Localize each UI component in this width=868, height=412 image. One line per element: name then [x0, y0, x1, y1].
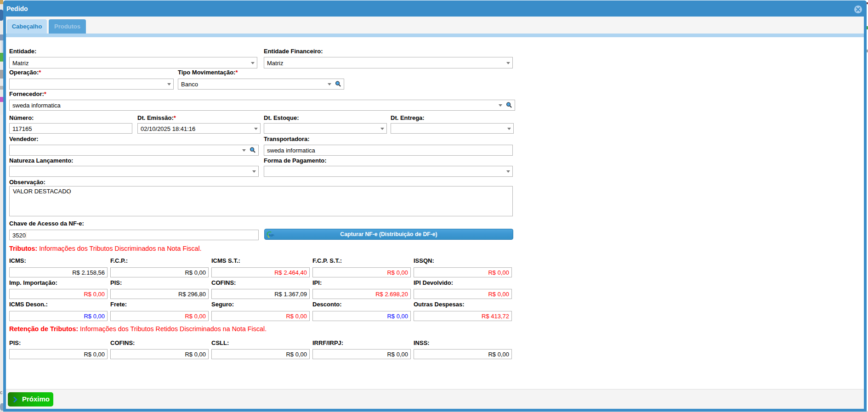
svg-text:NFe: NFe [269, 233, 274, 237]
